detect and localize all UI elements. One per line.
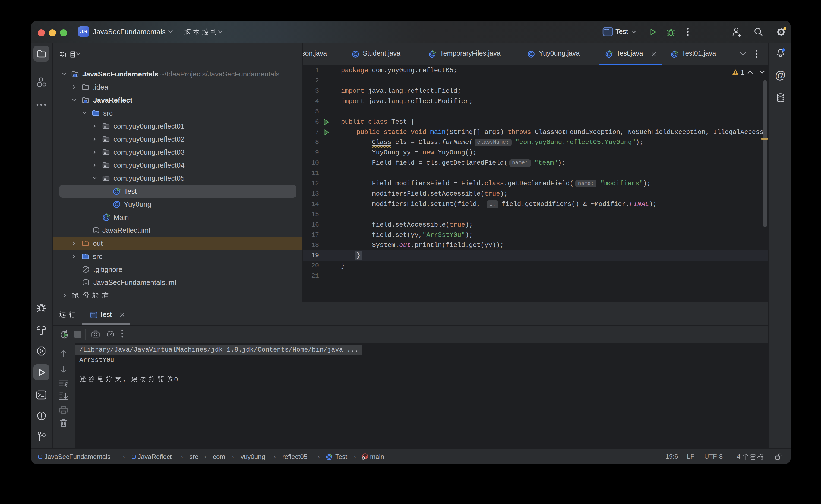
- svg-text:1: 1: [741, 69, 744, 76]
